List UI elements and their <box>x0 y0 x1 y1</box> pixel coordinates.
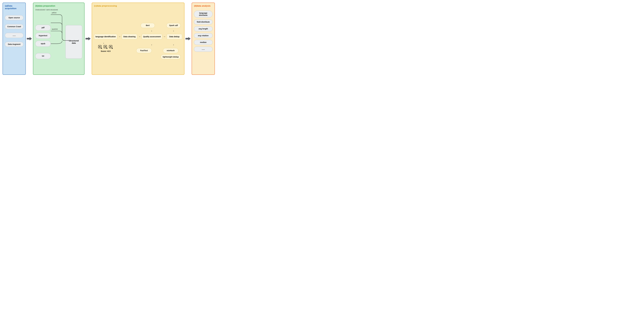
panel-d-title: (d)data analysis <box>194 5 212 7</box>
arrow-right-icon: → <box>138 35 141 38</box>
step-language-identification: language identification <box>94 34 117 40</box>
panel-d-items: language distribute field distribute avg… <box>194 11 212 52</box>
arrow-up-icon: ↑ <box>151 44 152 46</box>
language-icon <box>104 45 108 49</box>
arrow-down-icon: ↓ <box>173 29 174 32</box>
format-epub: epub <box>35 41 51 47</box>
format-pdf: pdf <box>35 25 51 31</box>
metric-avg-length: avg length <box>194 26 212 31</box>
panel-b-title: (b)data preparation <box>35 5 82 7</box>
arrow-up-icon: ↑ <box>173 44 174 46</box>
format-hypertext: Hypertext <box>35 33 51 39</box>
panel-data-analysis: (d)data analysis language distribute fie… <box>192 3 215 75</box>
metric-avg-rotation: avg rotation <box>194 33 212 38</box>
pipeline-diagram: (a)Data acquisition Open source Common C… <box>2 3 642 75</box>
source-data-augment: Data Augment <box>5 42 24 47</box>
step-quality-assessment: Quality assessment <box>142 34 162 40</box>
pill-minhash: minHash <box>163 48 178 53</box>
arrow-c-to-d <box>184 3 192 75</box>
source-common-crawl: Common Crawl <box>5 24 24 29</box>
structured-data-wrap: Structured data <box>66 25 82 59</box>
svg-rect-3 <box>109 45 112 48</box>
language-icon <box>98 45 102 49</box>
format-list: pdf Hypertext epub txt <box>35 25 51 59</box>
step-data-dedup: Data dedup <box>167 34 182 40</box>
metric-median: median <box>194 40 212 45</box>
arrow-down-icon: ↓ <box>151 29 152 32</box>
metric-field-distribute: field distribute <box>194 20 212 25</box>
pill-spark-udf: Spark udf <box>166 23 180 28</box>
svg-rect-1 <box>98 45 101 48</box>
big-arrow-icon <box>26 37 32 41</box>
score-icons <box>95 45 116 49</box>
bottom-pill-row: FastText minHash lightweight dedup <box>136 48 180 59</box>
pill-lightweight-dedup: lightweight dedup <box>161 54 180 60</box>
step-data-cleaning: Data cleaning <box>122 34 137 40</box>
score-threshold: Score >0.5 <box>95 50 116 52</box>
edge-label-pdf2txt: pdf2txt <box>52 12 56 14</box>
dedup-stack: minHash lightweight dedup <box>161 48 180 59</box>
panel-c-title: (c)data preprocessing <box>94 5 182 7</box>
edge-label-epub2txt: epub2txt <box>52 28 58 30</box>
format-txt: txt <box>35 53 51 59</box>
source-more: ...... <box>5 33 24 38</box>
arrow-a-to-b <box>26 3 33 75</box>
panel-a-items: Open source Common Crawl ...... Data Aug… <box>5 15 24 47</box>
flow-row: language identification → Data cleaning … <box>94 34 182 40</box>
top-pill-row: Bert Spark udf <box>141 23 180 28</box>
panel-data-preprocessing: (c)data preprocessing Bert Spark udf ↓ ↓… <box>92 3 184 75</box>
pill-fasttext: FastText <box>136 48 152 53</box>
arrow-b-to-c <box>84 3 92 75</box>
arrow-down-icon: ↓ <box>103 42 104 45</box>
metric-more: ...... <box>194 47 212 52</box>
structured-data-box: Structured data <box>66 25 82 59</box>
pill-bert: Bert <box>141 23 155 28</box>
panel-b-sublabel: Unstructured / semi-structured <box>35 9 82 11</box>
panel-c-body: Bert Spark udf ↓ ↓ language identificati… <box>94 10 182 72</box>
panel-a-title: (a)Data acquisition <box>5 5 24 10</box>
score-group: Score >0.5 <box>95 45 116 52</box>
metric-language-distribute: language distribute <box>194 11 212 18</box>
panel-data-acquisition: (a)Data acquisition Open source Common C… <box>2 3 26 75</box>
arrow-right-icon: → <box>163 35 166 38</box>
source-open-source: Open source <box>5 15 24 20</box>
panel-data-preparation: (b)data preparation Unstructured / semi-… <box>33 3 84 75</box>
arrow-right-icon: → <box>118 35 121 38</box>
language-icon <box>109 45 113 49</box>
panel-b-body: pdf Hypertext epub txt pdf2txt epub2txt <box>35 12 82 72</box>
big-arrow-icon <box>85 37 91 41</box>
svg-rect-2 <box>104 45 107 48</box>
big-arrow-icon <box>185 37 191 41</box>
